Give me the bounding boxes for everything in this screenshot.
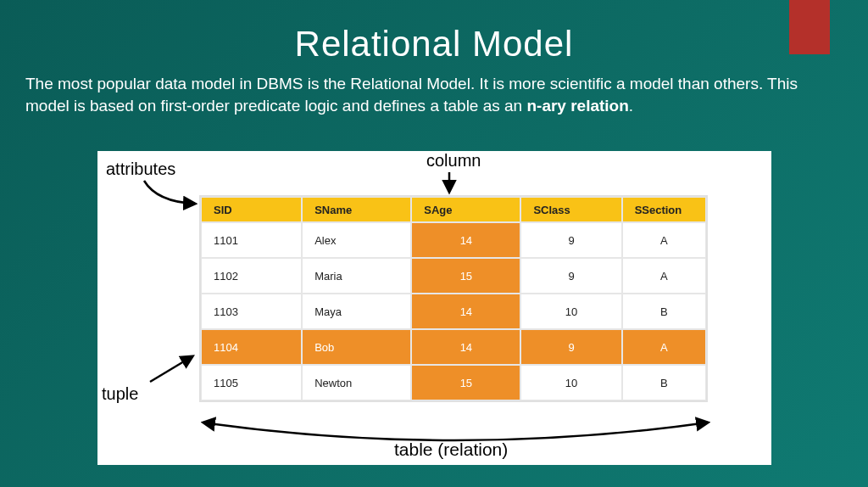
cell-sname: Maya <box>302 294 411 329</box>
cell-sage: 15 <box>411 258 520 294</box>
accent-bar <box>789 0 830 54</box>
cell-ssection: A <box>622 222 706 258</box>
cell-sclass: 10 <box>520 365 621 400</box>
label-attributes: attributes <box>106 160 175 179</box>
cell-sclass: 10 <box>520 294 621 329</box>
col-header-ssection: SSection <box>622 197 706 222</box>
description-post: . <box>629 97 633 115</box>
cell-ssection: A <box>622 329 706 365</box>
description-bold: n-ary relation <box>526 97 628 115</box>
table-body: 1101Alex149A1102Maria159A1103Maya1410B11… <box>201 222 706 400</box>
cell-ssection: B <box>622 294 706 329</box>
slide-title: Relational Model <box>0 0 868 64</box>
table-row: 1105Newton1510B <box>201 365 706 400</box>
cell-sage: 15 <box>411 365 520 400</box>
diagram-container: attributes column tuple table (relation)… <box>97 151 771 465</box>
description-pre: The most popular data model in DBMS is t… <box>25 75 798 115</box>
cell-sname: Maria <box>302 258 411 294</box>
cell-sclass: 9 <box>520 329 621 365</box>
table-header-row: SID SName SAge SClass SSection <box>201 197 706 222</box>
cell-sid: 1105 <box>201 365 302 400</box>
table-row: 1101Alex149A <box>201 222 706 258</box>
svg-line-1 <box>150 356 192 382</box>
cell-sclass: 9 <box>520 222 621 258</box>
cell-ssection: A <box>622 258 706 294</box>
table-row: 1103Maya1410B <box>201 294 706 329</box>
cell-sid: 1102 <box>201 258 302 294</box>
cell-sclass: 9 <box>520 258 621 294</box>
col-header-sage: SAge <box>411 197 520 222</box>
cell-sage: 14 <box>411 294 520 329</box>
table-row: 1102Maria159A <box>201 258 706 294</box>
label-column: column <box>426 151 481 171</box>
cell-sage: 14 <box>411 329 520 365</box>
label-table: table (relation) <box>394 439 508 460</box>
label-tuple: tuple <box>102 384 138 404</box>
cell-sname: Newton <box>302 365 411 400</box>
cell-sid: 1103 <box>201 294 302 329</box>
cell-sname: Alex <box>302 222 411 258</box>
cell-sage: 14 <box>411 222 520 258</box>
col-header-sname: SName <box>302 197 411 222</box>
table-row: 1104Bob149A <box>201 329 706 365</box>
cell-sid: 1101 <box>201 222 302 258</box>
cell-ssection: B <box>622 365 706 400</box>
relation-table: SID SName SAge SClass SSection 1101Alex1… <box>199 195 708 402</box>
col-header-sclass: SClass <box>520 197 621 222</box>
cell-sname: Bob <box>302 329 411 365</box>
slide-description: The most popular data model in DBMS is t… <box>0 64 868 116</box>
cell-sid: 1104 <box>201 329 302 365</box>
col-header-sid: SID <box>201 197 302 222</box>
